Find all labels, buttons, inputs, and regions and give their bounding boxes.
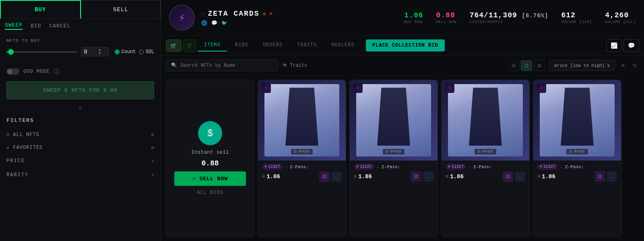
dice-btn-0[interactable]: ⚄ [319, 171, 330, 182]
listed-supply-value: 764/11,309 [6.76%] [470, 11, 549, 19]
grid-large-btn[interactable]: ⊠ [534, 60, 545, 71]
instant-sell-card: $ Instant sell 0.88 ⚡ SELL NOW ALL BIDS [166, 80, 254, 237]
website-icon[interactable]: 🌐 [201, 20, 207, 26]
count-label: Count [121, 49, 136, 55]
dice-btn-3[interactable]: ⚄ [594, 171, 605, 182]
nft-star-icon-0[interactable]: ☆ [285, 165, 287, 169]
sort-dropdown[interactable]: price [low to high] ∨ [549, 60, 615, 71]
volume-all-value: 4,260 [605, 11, 629, 19]
search-filter-row: 🔍 👁 Traits ⊞ ⊡ ⊠ price [low to high] ∨ ✕… [161, 56, 644, 76]
nft-card-footer-2: ♥ 11327 ☆ Z-Pass: ≡ 1.06 ⚄ … [442, 161, 529, 185]
more-btn-1[interactable]: … [423, 171, 433, 182]
all-nfts-filter[interactable]: ⊡ ALL NFTS [6, 128, 154, 141]
nft-card-0[interactable]: Z-PASS ⚡ ♥ 11327 ☆ Z-Pass: ≡ 1.06 [258, 80, 346, 237]
favorites-filter[interactable]: ★ FAVORITES [6, 141, 154, 154]
nft-star-icon-1[interactable]: ☆ [377, 165, 379, 169]
place-collection-bid-btn[interactable]: PLACE COLLECTION BID [366, 39, 445, 51]
price-chevron-icon: ∨ [152, 159, 154, 163]
sol-radio[interactable]: SOL [139, 49, 154, 55]
cancel-tab[interactable]: CANCEL [49, 23, 70, 29]
sol-radio-dot [139, 49, 144, 54]
nft-name-2: Z-Pass: [473, 165, 492, 169]
price-filter[interactable]: PRICE ∨ [6, 154, 154, 168]
increment-btn[interactable]: ▲ [98, 48, 101, 51]
traits-button[interactable]: 👁 Traits [283, 62, 307, 68]
nft-price-row-3: ≡ 1.06 ⚄ … [537, 171, 617, 182]
grid-medium-btn[interactable]: ⊡ [521, 60, 532, 71]
traits-tab[interactable]: TRAITS [291, 39, 323, 51]
search-input[interactable] [180, 63, 261, 68]
more-btn-2[interactable]: … [515, 171, 525, 182]
items-tab[interactable]: ITEMS [198, 39, 227, 51]
nft-card-top-row-1: ♥ 11327 ☆ Z-Pass: [354, 164, 433, 170]
filters-title: FILTERS [6, 117, 154, 124]
sweep-tab[interactable]: SWEEP [5, 22, 23, 30]
count-radio[interactable]: Count [115, 49, 136, 55]
collection-info: ☆ ZETA CARDS ♔ ✕ 🌐 💬 🐦 [201, 10, 272, 26]
god-mode-info-icon[interactable]: i [54, 69, 60, 74]
bids-tab[interactable]: BIDS [229, 39, 255, 51]
rarity-label: RARITY [6, 172, 29, 178]
nft-badge-3: Z-PASS [566, 149, 588, 154]
sol-price-0: ≡ 1.06 [262, 173, 280, 180]
listed-supply-label: LISTED/SUPPLY [470, 20, 503, 24]
god-mode-row: GOD MODE i [0, 65, 161, 78]
sol-icon-3: ≡ [537, 174, 540, 179]
nft-card-1[interactable]: Z-PASS ⚡ ♥ 11327 ☆ Z-Pass: ≡ 1.06 [349, 80, 438, 237]
nfts-value-input[interactable] [84, 49, 98, 55]
sell-now-stat: 0.88 SELL NOW [436, 11, 457, 24]
nft-price-row-2: ≡ 1.06 ⚄ … [446, 171, 525, 182]
all-nfts-dot [151, 133, 154, 136]
volume24h-value: 612 [561, 11, 575, 19]
search-input-wrapper: 🔍 [166, 60, 279, 71]
nfts-slider-track[interactable] [6, 51, 77, 53]
hodlers-tab[interactable]: HODLERS [325, 39, 361, 51]
discord-icon[interactable]: 💬 [211, 20, 217, 26]
items-grid: $ Instant sell 0.88 ⚡ SELL NOW ALL BIDS … [161, 76, 644, 241]
sol-icon-2: ≡ [446, 174, 448, 179]
sort-label: price [low to high] [554, 63, 605, 68]
collection-star-icon[interactable]: ☆ [201, 10, 204, 17]
sol-label: SOL [145, 49, 154, 55]
sell-tab[interactable]: SELL [81, 0, 161, 19]
nft-card-2[interactable]: Z-PASS ⚡ ♥ 11327 ☆ Z-Pass: ≡ 1.06 [441, 80, 530, 237]
dice-btn-1[interactable]: ⚄ [411, 171, 421, 182]
orders-tab[interactable]: ORDERS [256, 39, 289, 51]
sell-now-button[interactable]: ⚡ SELL NOW [174, 171, 246, 186]
slider-thumb[interactable] [8, 49, 14, 55]
filter-icon-btn[interactable]: ▽ [183, 39, 196, 52]
refresh-button[interactable]: ↻ [631, 61, 639, 70]
nft-name-0: Z-Pass: [290, 165, 308, 169]
bid-tab[interactable]: BID [31, 23, 41, 29]
all-bids-link[interactable]: ALL BIDS [197, 190, 223, 196]
nfts-number-input[interactable]: ▲ ▼ [81, 47, 109, 56]
nft-price-value-1: 1.06 [358, 173, 372, 180]
nft-star-icon-2[interactable]: ☆ [469, 165, 471, 169]
god-mode-toggle[interactable] [6, 68, 19, 75]
twitter-icon[interactable]: 🐦 [221, 20, 227, 26]
sweep-button[interactable]: SWEEP 0 NFTS FOR 0.00 [6, 81, 154, 99]
card-actions-0: ⚄ … [319, 171, 342, 182]
nft-card-3[interactable]: Z-PASS ⚡ ♥ 11327 ☆ Z-Pass: ≡ 1.06 [533, 80, 621, 237]
more-btn-0[interactable]: … [331, 171, 342, 182]
more-btn-3[interactable]: … [607, 171, 617, 182]
dice-btn-2[interactable]: ⚄ [503, 171, 513, 182]
chat-icon-btn[interactable]: 💬 [623, 39, 639, 52]
nft-number-2: 11327 [452, 165, 464, 169]
search-icon: 🔍 [171, 62, 177, 68]
nft-card-footer-1: ♥ 11327 ☆ Z-Pass: ≡ 1.06 ⚄ … [350, 161, 438, 185]
god-mode-label: GOD MODE [23, 69, 50, 74]
nft-card-footer-3: ♥ 11327 ☆ Z-Pass: ≡ 1.06 ⚄ … [533, 161, 621, 185]
cart-icon-btn[interactable]: 🛒 [166, 39, 182, 52]
stats-icon-btn[interactable]: 📈 [606, 39, 622, 52]
grid-small-btn[interactable]: ⊞ [508, 60, 519, 71]
nft-image-inner-1: Z-PASS [356, 84, 431, 157]
buy-tab[interactable]: BUY [0, 0, 81, 19]
decrement-btn[interactable]: ▼ [98, 52, 101, 55]
heart-icon-3: ♥ [540, 165, 542, 169]
nft-image-inner-3: Z-PASS [540, 84, 614, 157]
rarity-filter[interactable]: RARITY ∨ [6, 168, 154, 182]
close-button[interactable]: ✕ [619, 61, 627, 70]
nft-star-icon-3[interactable]: ☆ [560, 165, 563, 169]
all-nfts-left: ⊡ ALL NFTS [6, 132, 39, 138]
